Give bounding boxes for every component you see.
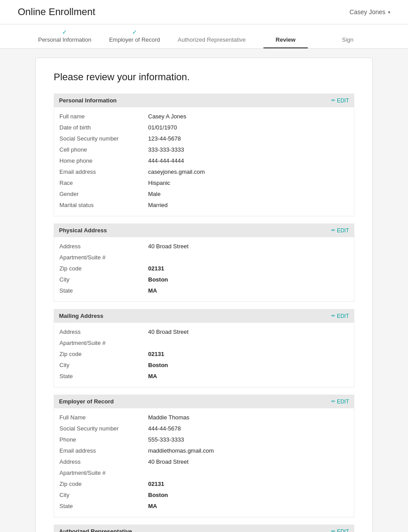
value-mail-zip: 02131 — [148, 351, 164, 357]
field-marital-status: Marital status Married — [59, 200, 349, 211]
step-authorized-representative[interactable]: ✓ Authorized Representative — [178, 29, 246, 48]
value-mail-address: 40 Broad Street — [148, 329, 188, 335]
app-title: Online Enrollment — [18, 6, 95, 18]
section-title-mailing: Mailing Address — [59, 313, 103, 319]
section-header-authrep: Authorized Representative ✏ EDIT — [54, 524, 354, 532]
section-title-personal: Personal Information — [59, 97, 117, 104]
field-emp-email: Email address maddiethomas.gmail.com — [59, 445, 349, 456]
field-phys-state: State MA — [59, 285, 349, 296]
field-email: Email address caseyjones.gmail.com — [59, 166, 349, 177]
user-menu[interactable]: Casey Jones ▾ — [349, 8, 390, 16]
label-race: Race — [59, 180, 148, 186]
label-emp-ssn: Social Security number — [59, 425, 148, 432]
value-marital-status: Married — [148, 202, 168, 208]
field-homephone: Home phone 444-444-4444 — [59, 155, 349, 166]
step-employer-of-record[interactable]: ✓ Employer of Record — [109, 29, 160, 48]
section-body-employer: Full Name Maddie Thomas Social Security … — [54, 408, 354, 517]
section-employer-of-record: Employer of Record ✏ EDIT Full Name Madd… — [54, 395, 354, 517]
label-phys-state: State — [59, 287, 148, 294]
value-emp-fullname: Maddie Thomas — [148, 414, 189, 421]
section-title-employer: Employer of Record — [59, 398, 114, 405]
value-cellphone: 333-333-3333 — [148, 146, 184, 153]
field-emp-address: Address 40 Broad Street — [59, 456, 349, 467]
page-heading: Please review your information. — [54, 71, 354, 83]
value-fullname: Casey A Jones — [148, 113, 186, 120]
step-label-employer: Employer of Record — [109, 36, 160, 43]
value-mail-city: Boston — [148, 362, 168, 368]
pencil-icon-authrep: ✏ — [331, 528, 335, 532]
section-header-physical: Physical Address ✏ EDIT — [54, 223, 354, 237]
check-icon-employer: ✓ — [132, 29, 137, 35]
step-sign[interactable]: ✓ Sign — [326, 29, 370, 48]
field-emp-city: City Boston — [59, 489, 349, 501]
value-email: caseyjones.gmail.com — [148, 168, 205, 175]
section-body-personal: Full name Casey A Jones Date of birth 01… — [54, 107, 354, 216]
value-phys-state: MA — [148, 287, 157, 294]
step-personal-information[interactable]: ✓ Personal Information — [38, 29, 91, 48]
edit-label-mailing: EDIT — [337, 313, 349, 319]
section-body-mailing: Address 40 Broad Street Apartment/Suite … — [54, 323, 354, 387]
label-gender: Gender — [59, 191, 148, 197]
label-phys-address: Address — [59, 243, 148, 250]
field-ssn: Social Security number 123-44-5678 — [59, 133, 349, 144]
field-emp-state: State MA — [59, 501, 349, 512]
step-review[interactable]: ✓ Review — [263, 29, 308, 48]
field-phys-apt: Apartment/Suite # — [59, 252, 349, 263]
section-header-mailing: Mailing Address ✏ EDIT — [54, 309, 354, 323]
field-mail-address: Address 40 Broad Street — [59, 326, 349, 337]
label-mail-zip: Zip code — [59, 351, 148, 357]
chevron-down-icon: ▾ — [388, 10, 390, 15]
section-personal-info: Personal Information ✏ EDIT Full name Ca… — [54, 94, 354, 216]
value-emp-city: Boston — [148, 492, 168, 498]
pencil-icon-physical: ✏ — [331, 227, 335, 233]
field-fullname: Full name Casey A Jones — [59, 111, 349, 122]
value-emp-state: MA — [148, 503, 157, 509]
section-title-physical: Physical Address — [59, 227, 107, 234]
edit-label-physical: EDIT — [337, 227, 349, 234]
user-name: Casey Jones — [349, 8, 385, 16]
main-container: Please review your information. Personal… — [35, 58, 373, 532]
section-title-authrep: Authorized Representative — [59, 528, 132, 532]
field-phys-zip: Zip code 02131 — [59, 263, 349, 274]
field-emp-zip: Zip code 02131 — [59, 478, 349, 489]
field-emp-phone: Phone 555-333-3333 — [59, 434, 349, 445]
value-emp-zip: 02131 — [148, 481, 164, 487]
pencil-icon-personal: ✏ — [331, 98, 335, 103]
section-body-physical: Address 40 Broad Street Apartment/Suite … — [54, 237, 354, 302]
field-mail-zip: Zip code 02131 — [59, 348, 349, 360]
field-cellphone: Cell phone 333-333-3333 — [59, 144, 349, 155]
label-fullname: Full name — [59, 113, 148, 120]
step-label-sign: Sign — [342, 36, 353, 43]
value-ssn: 123-44-5678 — [148, 135, 181, 142]
edit-label-employer: EDIT — [337, 399, 349, 405]
edit-label-personal: EDIT — [337, 98, 349, 104]
top-bar: Online Enrollment Casey Jones ▾ — [0, 0, 408, 24]
value-homephone: 444-444-4444 — [148, 157, 184, 164]
label-cellphone: Cell phone — [59, 146, 148, 153]
value-phys-city: Boston — [148, 276, 168, 283]
value-emp-email: maddiethomas.gmail.com — [148, 447, 214, 454]
value-race: Hispanic — [148, 180, 170, 186]
section-header-personal: Personal Information ✏ EDIT — [54, 94, 354, 107]
value-gender: Male — [148, 191, 161, 197]
edit-button-authrep[interactable]: ✏ EDIT — [331, 528, 349, 532]
field-mail-state: State MA — [59, 371, 349, 382]
edit-button-employer[interactable]: ✏ EDIT — [331, 399, 349, 405]
edit-button-personal[interactable]: ✏ EDIT — [331, 98, 349, 104]
label-emp-fullname: Full Name — [59, 414, 148, 421]
label-mail-state: State — [59, 373, 148, 379]
edit-button-physical[interactable]: ✏ EDIT — [331, 227, 349, 234]
field-phys-city: City Boston — [59, 274, 349, 285]
value-phys-zip: 02131 — [148, 265, 164, 272]
check-icon-personal: ✓ — [62, 29, 67, 35]
edit-button-mailing[interactable]: ✏ EDIT — [331, 313, 349, 319]
field-mail-city: City Boston — [59, 360, 349, 371]
field-phys-address: Address 40 Broad Street — [59, 241, 349, 252]
pencil-icon-employer: ✏ — [331, 399, 335, 404]
value-emp-ssn: 444-44-5678 — [148, 425, 181, 432]
value-mail-state: MA — [148, 373, 157, 379]
label-mail-apt: Apartment/Suite # — [59, 340, 148, 346]
field-mail-apt: Apartment/Suite # — [59, 337, 349, 348]
label-phys-zip: Zip code — [59, 265, 148, 272]
label-ssn: Social Security number — [59, 135, 148, 142]
